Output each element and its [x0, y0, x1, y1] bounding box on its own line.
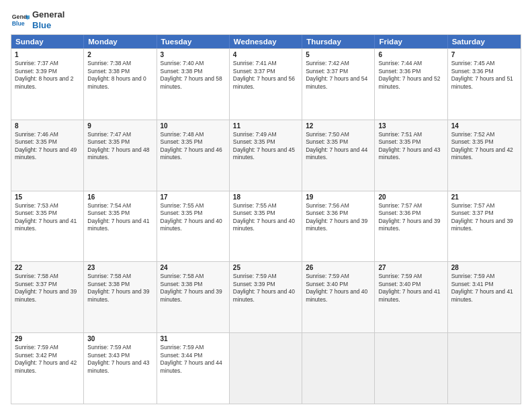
day-number: 1	[15, 51, 80, 58]
day-number: 29	[15, 335, 80, 342]
header-day-friday: Friday	[375, 35, 447, 48]
calendar-cell-day-14: 14Sunrise: 7:52 AMSunset: 3:35 PMDayligh…	[448, 120, 521, 191]
sunset-time: Sunset: 3:35 PM	[378, 138, 443, 146]
calendar-cell-day-17: 17Sunrise: 7:55 AMSunset: 3:35 PMDayligh…	[157, 191, 230, 262]
calendar-cell-day-1: 1Sunrise: 7:37 AMSunset: 3:39 PMDaylight…	[11, 49, 84, 120]
sunrise-time: Sunrise: 7:54 AM	[87, 202, 152, 210]
sunset-time: Sunset: 3:35 PM	[233, 138, 298, 146]
sunset-time: Sunset: 3:37 PM	[306, 68, 371, 75]
sunset-time: Sunset: 3:35 PM	[451, 138, 517, 146]
calendar-cell-day-24: 24Sunrise: 7:58 AMSunset: 3:38 PMDayligh…	[157, 262, 230, 332]
sunset-time: Sunset: 3:37 PM	[233, 68, 298, 75]
calendar-row-1: 1Sunrise: 7:37 AMSunset: 3:39 PMDaylight…	[11, 48, 521, 120]
sunset-time: Sunset: 3:35 PM	[233, 210, 298, 217]
daylight-hours: Daylight: 7 hours and 40 minutes.	[233, 288, 298, 304]
header-day-tuesday: Tuesday	[157, 35, 230, 48]
sunrise-time: Sunrise: 7:59 AM	[306, 273, 371, 280]
day-number: 26	[306, 264, 371, 271]
day-number: 18	[233, 193, 298, 201]
day-number: 30	[87, 335, 152, 342]
sunrise-time: Sunrise: 7:59 AM	[451, 273, 517, 280]
sunset-time: Sunset: 3:35 PM	[306, 138, 371, 146]
daylight-hours: Daylight: 7 hours and 46 minutes.	[161, 146, 226, 162]
daylight-hours: Daylight: 7 hours and 39 minutes.	[451, 218, 517, 233]
sunset-time: Sunset: 3:41 PM	[451, 281, 517, 288]
day-number: 27	[378, 264, 443, 271]
day-number: 17	[161, 193, 226, 201]
calendar-cell-day-3: 3Sunrise: 7:40 AMSunset: 3:38 PMDaylight…	[157, 49, 230, 120]
sunset-time: Sunset: 3:40 PM	[378, 281, 443, 288]
sunrise-time: Sunrise: 7:49 AM	[233, 131, 298, 138]
calendar-cell-day-8: 8Sunrise: 7:46 AMSunset: 3:35 PMDaylight…	[11, 120, 84, 191]
sunset-time: Sunset: 3:36 PM	[451, 68, 517, 75]
sunset-time: Sunset: 3:38 PM	[87, 281, 152, 288]
sunrise-time: Sunrise: 7:58 AM	[87, 273, 152, 280]
daylight-hours: Daylight: 7 hours and 42 minutes.	[15, 359, 80, 375]
day-number: 24	[161, 264, 226, 271]
header-day-sunday: Sunday	[11, 35, 84, 48]
daylight-hours: Daylight: 8 hours and 2 minutes.	[15, 75, 80, 91]
sunset-time: Sunset: 3:42 PM	[15, 352, 80, 359]
sunset-time: Sunset: 3:36 PM	[378, 210, 443, 217]
calendar-cell-empty	[448, 333, 521, 404]
day-number: 5	[306, 51, 371, 58]
sunset-time: Sunset: 3:39 PM	[15, 68, 80, 75]
logo-general: General	[32, 9, 64, 20]
daylight-hours: Daylight: 7 hours and 54 minutes.	[306, 75, 371, 91]
calendar-cell-day-11: 11Sunrise: 7:49 AMSunset: 3:35 PMDayligh…	[230, 120, 302, 191]
daylight-hours: Daylight: 7 hours and 39 minutes.	[378, 218, 443, 233]
calendar-body: 1Sunrise: 7:37 AMSunset: 3:39 PMDaylight…	[11, 48, 521, 404]
calendar-cell-day-6: 6Sunrise: 7:44 AMSunset: 3:36 PMDaylight…	[375, 49, 447, 120]
sunrise-time: Sunrise: 7:42 AM	[306, 60, 371, 67]
calendar-cell-day-25: 25Sunrise: 7:59 AMSunset: 3:39 PMDayligh…	[230, 262, 302, 332]
sunset-time: Sunset: 3:37 PM	[15, 281, 80, 288]
calendar-cell-day-26: 26Sunrise: 7:59 AMSunset: 3:40 PMDayligh…	[302, 262, 375, 332]
sunset-time: Sunset: 3:36 PM	[306, 210, 371, 217]
calendar-cell-day-16: 16Sunrise: 7:54 AMSunset: 3:35 PMDayligh…	[84, 191, 157, 262]
logo-icon: General Blue	[11, 11, 30, 30]
daylight-hours: Daylight: 7 hours and 44 minutes.	[161, 359, 226, 375]
day-number: 16	[87, 193, 152, 201]
sunrise-time: Sunrise: 7:58 AM	[161, 273, 226, 280]
day-number: 8	[15, 122, 80, 130]
sunset-time: Sunset: 3:36 PM	[378, 68, 443, 75]
daylight-hours: Daylight: 7 hours and 43 minutes.	[378, 146, 443, 162]
sunrise-time: Sunrise: 7:50 AM	[306, 131, 371, 138]
logo: General Blue General Blue	[11, 9, 64, 30]
daylight-hours: Daylight: 7 hours and 41 minutes.	[451, 288, 517, 304]
calendar: SundayMondayTuesdayWednesdayThursdayFrid…	[11, 34, 521, 404]
sunrise-time: Sunrise: 7:57 AM	[451, 202, 517, 210]
sunrise-time: Sunrise: 7:44 AM	[378, 60, 443, 67]
calendar-cell-day-4: 4Sunrise: 7:41 AMSunset: 3:37 PMDaylight…	[230, 49, 302, 120]
sunset-time: Sunset: 3:38 PM	[87, 68, 152, 75]
calendar-cell-day-15: 15Sunrise: 7:53 AMSunset: 3:35 PMDayligh…	[11, 191, 84, 262]
daylight-hours: Daylight: 7 hours and 44 minutes.	[306, 146, 371, 162]
daylight-hours: Daylight: 7 hours and 39 minutes.	[161, 288, 226, 304]
sunrise-time: Sunrise: 7:40 AM	[161, 60, 226, 67]
sunset-time: Sunset: 3:35 PM	[161, 138, 226, 146]
calendar-cell-day-2: 2Sunrise: 7:38 AMSunset: 3:38 PMDaylight…	[84, 49, 157, 120]
sunrise-time: Sunrise: 7:56 AM	[306, 202, 371, 210]
svg-text:Blue: Blue	[12, 19, 25, 26]
sunset-time: Sunset: 3:37 PM	[451, 210, 517, 217]
sunset-time: Sunset: 3:35 PM	[15, 210, 80, 217]
daylight-hours: Daylight: 7 hours and 43 minutes.	[87, 359, 152, 375]
sunrise-time: Sunrise: 7:58 AM	[15, 273, 80, 280]
page: General Blue General Blue SundayMondayTu…	[0, 0, 532, 411]
header: General Blue General Blue	[11, 9, 521, 30]
daylight-hours: Daylight: 7 hours and 42 minutes.	[451, 146, 517, 162]
calendar-cell-day-20: 20Sunrise: 7:57 AMSunset: 3:36 PMDayligh…	[375, 191, 447, 262]
calendar-row-2: 8Sunrise: 7:46 AMSunset: 3:35 PMDaylight…	[11, 120, 521, 191]
daylight-hours: Daylight: 7 hours and 41 minutes.	[15, 218, 80, 233]
sunset-time: Sunset: 3:35 PM	[87, 138, 152, 146]
calendar-cell-day-22: 22Sunrise: 7:58 AMSunset: 3:37 PMDayligh…	[11, 262, 84, 332]
sunrise-time: Sunrise: 7:57 AM	[378, 202, 443, 210]
day-number: 14	[451, 122, 517, 130]
header-day-saturday: Saturday	[448, 35, 521, 48]
sunrise-time: Sunrise: 7:47 AM	[87, 131, 152, 138]
day-number: 6	[378, 51, 443, 58]
calendar-cell-day-27: 27Sunrise: 7:59 AMSunset: 3:40 PMDayligh…	[375, 262, 447, 332]
calendar-cell-empty	[375, 333, 447, 404]
daylight-hours: Daylight: 7 hours and 48 minutes.	[87, 146, 152, 162]
sunset-time: Sunset: 3:38 PM	[161, 281, 226, 288]
